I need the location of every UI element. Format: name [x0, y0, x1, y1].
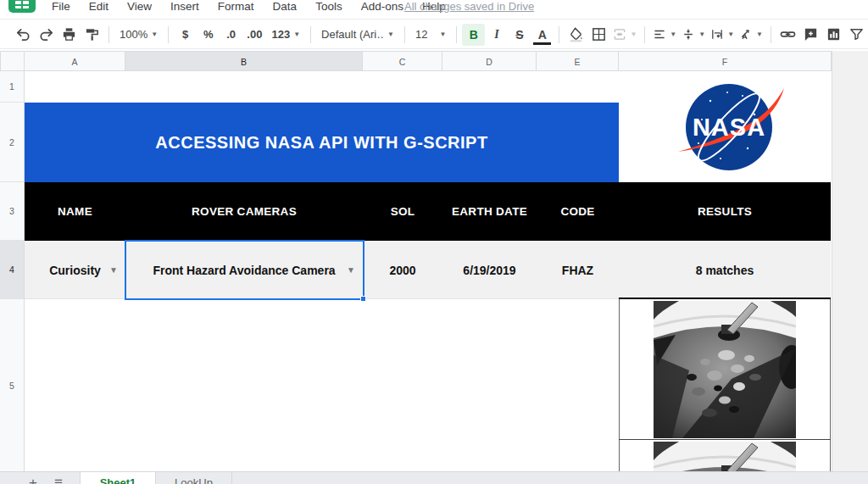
chevron-down-icon: ▼ [698, 31, 705, 38]
redo-icon [38, 26, 54, 42]
sheets-logo-icon[interactable] [8, 0, 36, 13]
text-color-button[interactable]: A [531, 24, 554, 46]
horizontal-align-button[interactable]: ▼ [650, 24, 679, 46]
tab-sheet1[interactable]: Sheet1 [80, 472, 156, 484]
insert-chart-button[interactable] [822, 24, 845, 46]
menu-data[interactable]: Data [264, 0, 307, 16]
sheet-tab-bar: + ≡ Sheet1 LookUp [0, 471, 868, 484]
format-currency-button[interactable]: $ [174, 24, 197, 46]
header-earth-date[interactable]: EARTH DATE [442, 182, 537, 241]
paint-format-button[interactable] [81, 24, 103, 46]
cell-sol-c4[interactable]: 2000 [363, 241, 442, 299]
redo-button[interactable] [35, 24, 58, 46]
hamburger-icon: ≡ [54, 475, 63, 484]
menu-bar: File Edit View Insert Format Data Tools … [0, 0, 868, 19]
vertical-align-button[interactable]: ▼ [679, 24, 708, 46]
add-sheet-button[interactable]: + [20, 472, 46, 484]
cell-name-a4[interactable]: Curiosity ▼ [25, 241, 125, 299]
sheet-grid: ACCESSING NASA API WITH G-SCRIPT NASA NA… [25, 71, 831, 471]
font-select[interactable]: Default (Ari…▼ [316, 24, 399, 46]
rover-photo-2[interactable] [654, 442, 796, 471]
chevron-down-icon: ▼ [293, 31, 300, 38]
text-rotation-button[interactable]: ▼ [737, 24, 765, 46]
font-size-select[interactable]: 12▼ [410, 24, 451, 46]
strikethrough-button[interactable]: S [508, 24, 531, 46]
create-filter-icon [849, 26, 865, 42]
column-header-e[interactable]: E [537, 51, 619, 71]
menu-edit[interactable]: Edit [80, 0, 118, 16]
menu-items: File Edit View Insert Format Data Tools … [42, 0, 455, 16]
save-status-link[interactable]: All changes saved in Drive [404, 0, 534, 15]
results-cell-border [619, 298, 831, 299]
zoom-select[interactable]: 100%▼ [114, 24, 163, 46]
vertical-align-icon [682, 26, 695, 42]
chevron-down-icon: ▼ [387, 31, 394, 38]
text-wrap-button[interactable]: ▼ [708, 24, 737, 46]
row-header-5[interactable]: 5 [0, 299, 24, 471]
chevron-down-icon: ▼ [756, 31, 763, 38]
row-header-1[interactable]: 1 [0, 71, 24, 103]
row-header-3[interactable]: 3 [0, 182, 24, 241]
menu-tools[interactable]: Tools [306, 0, 352, 16]
column-headers: A B C D E F [0, 51, 868, 71]
bold-button[interactable]: B [462, 24, 485, 46]
decrease-decimal-button[interactable]: .0 [220, 24, 242, 46]
dropdown-caret-icon[interactable]: ▼ [109, 265, 118, 275]
borders-icon [591, 26, 607, 42]
menu-format[interactable]: Format [209, 0, 264, 16]
menu-file[interactable]: File [42, 0, 80, 16]
chevron-down-icon: ▼ [727, 31, 734, 38]
rover-photo-1[interactable] [654, 301, 796, 438]
select-all-corner[interactable] [0, 51, 25, 71]
cell-camera-b4[interactable]: Front Hazard Avoidance Camera ▼ [125, 241, 363, 299]
header-code[interactable]: CODE [537, 182, 619, 241]
grid-outside-area [832, 51, 868, 471]
cell-banner-a2[interactable]: ACCESSING NASA API WITH G-SCRIPT [25, 103, 619, 182]
column-header-c[interactable]: C [363, 51, 442, 71]
tab-lookup[interactable]: LookUp [156, 472, 232, 484]
merge-cells-button: ▼ [610, 24, 639, 46]
chevron-down-icon: ▼ [440, 31, 447, 38]
text-color-bar [533, 42, 551, 45]
cell-earth-date-d4[interactable]: 6/19/2019 [442, 241, 537, 299]
merge-cells-icon [613, 26, 626, 42]
header-rover-cameras[interactable]: ROVER CAMERAS [125, 182, 363, 241]
column-header-f[interactable]: F [619, 51, 832, 71]
insert-chart-icon [826, 26, 842, 42]
format-percent-button[interactable]: % [197, 24, 220, 46]
fill-color-button[interactable] [565, 24, 587, 46]
paint-format-icon [84, 26, 100, 42]
undo-button[interactable] [12, 24, 35, 46]
more-formats-button[interactable]: 123▼ [266, 24, 305, 46]
menu-insert[interactable]: Insert [161, 0, 209, 16]
fill-color-icon [568, 26, 584, 42]
create-filter-button[interactable] [845, 24, 868, 46]
image-cell-border-left [619, 299, 620, 471]
cell-results-f4[interactable]: 8 matches [619, 241, 831, 299]
insert-comment-button[interactable] [799, 24, 822, 46]
svg-text:NASA: NASA [693, 114, 765, 141]
insert-comment-icon [803, 26, 819, 42]
header-sol[interactable]: SOL [363, 182, 442, 241]
table-data-row: Curiosity ▼ Front Hazard Avoidance Camer… [25, 241, 831, 299]
column-header-a[interactable]: A [25, 51, 125, 71]
italic-button[interactable]: I [485, 24, 508, 46]
header-name[interactable]: NAME [25, 182, 125, 241]
column-header-b[interactable]: B [125, 51, 363, 71]
insert-link-button[interactable] [776, 24, 799, 46]
increase-decimal-button[interactable]: .00 [242, 24, 266, 46]
print-icon [61, 26, 77, 42]
borders-button[interactable] [587, 24, 610, 46]
row-header-4[interactable]: 4 [0, 241, 24, 299]
header-results[interactable]: RESULTS [619, 182, 831, 241]
nasa-logo-image[interactable]: NASA [676, 82, 785, 175]
menu-view[interactable]: View [118, 0, 161, 16]
all-sheets-menu-button[interactable]: ≡ [46, 472, 71, 484]
print-button[interactable] [58, 24, 81, 46]
cell-code-e4[interactable]: FHAZ [537, 241, 619, 299]
column-header-d[interactable]: D [442, 51, 537, 71]
row-header-2[interactable]: 2 [0, 103, 24, 182]
image-cell-border-right [830, 299, 831, 471]
dropdown-caret-icon[interactable]: ▼ [347, 265, 355, 275]
row-headers: 1 2 3 4 5 [0, 71, 25, 471]
